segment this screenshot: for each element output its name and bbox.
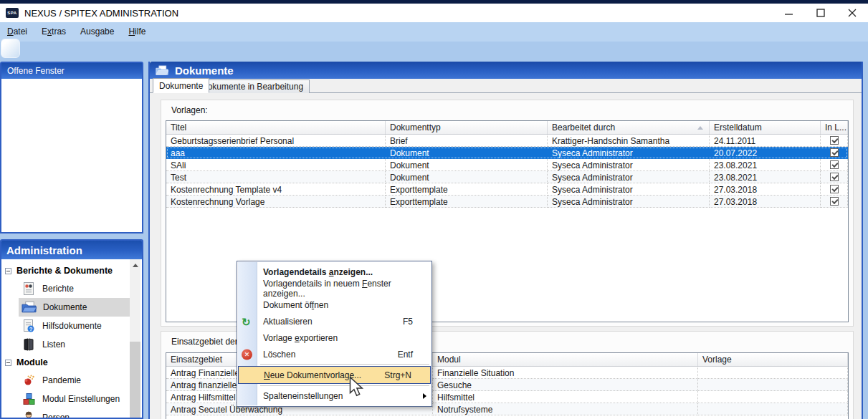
person-icon bbox=[22, 410, 36, 419]
scroll-up-icon[interactable] bbox=[130, 259, 140, 271]
table-header-row: Titel Dokumenttyp Bearbeitet durch Erste… bbox=[166, 121, 848, 135]
refresh-icon bbox=[242, 316, 251, 327]
menubar: Datei Extras Ausgabe Hilfe bbox=[0, 22, 868, 42]
tab-dokumente[interactable]: Dokumente bbox=[153, 78, 209, 93]
toolbar bbox=[0, 42, 868, 62]
table-row[interactable]: SAli Dokument Syseca Administrator 23.08… bbox=[166, 159, 848, 171]
table-row[interactable]: Kostenrechnung Template v4 Exporttemplat… bbox=[166, 183, 848, 196]
titlebar: SPA NEXUS / SPITEX ADMINISTRATION bbox=[0, 4, 868, 22]
pandemic-icon bbox=[22, 373, 36, 387]
menu-ausgabe[interactable]: Ausgabe bbox=[73, 22, 121, 42]
scrollbar-thumb[interactable] bbox=[130, 342, 140, 418]
table-row[interactable]: Geburtstagsserienbrief Personal Brief Kr… bbox=[166, 135, 848, 147]
sidebar-item-listen[interactable]: Listen bbox=[19, 335, 130, 354]
checkbox-checked[interactable] bbox=[830, 160, 839, 169]
sidebar-item-hilfsdokumente[interactable]: ? Hilfsdokumente bbox=[19, 317, 130, 335]
module-settings-icon bbox=[22, 392, 36, 406]
submenu-arrow-icon bbox=[423, 393, 426, 399]
page-title: Dokumente bbox=[175, 64, 234, 77]
lists-icon bbox=[22, 337, 36, 352]
menu-item-vorlagendetails-neues-fenster[interactable]: Vorlagendetails in neuem Fenster anzeige… bbox=[237, 280, 431, 297]
sidebar-item-berichte[interactable]: Berichte bbox=[19, 279, 130, 298]
column-header-in-l[interactable]: In L... bbox=[821, 121, 848, 135]
checkbox-checked[interactable] bbox=[830, 197, 839, 206]
navigation-tree: Berichte & Dokumente Berichte Dokumente bbox=[1, 259, 130, 418]
tab-dokumente-in-bearbeitung[interactable]: Dokumente in Bearbeitung bbox=[195, 80, 310, 93]
context-menu: Vorlagendetails anzeigen... Vorlagendeta… bbox=[237, 261, 432, 407]
sidebar-item-dokumente[interactable]: Dokumente bbox=[19, 298, 130, 317]
column-header-vorlage[interactable]: Vorlage bbox=[698, 353, 848, 367]
tabstrip: Dokumente Dokumente in Bearbeitung bbox=[150, 79, 862, 93]
sidebar-item-person[interactable]: Person bbox=[19, 408, 130, 419]
report-icon bbox=[22, 281, 36, 296]
delete-icon bbox=[242, 349, 252, 360]
menu-separator bbox=[260, 385, 429, 386]
help-document-icon: ? bbox=[22, 319, 36, 333]
menu-item-neue-dokumentvorlage[interactable]: Neue Dokumentvorlage... Strg+N bbox=[238, 366, 431, 384]
column-header-erstelldatum[interactable]: Erstelldatum bbox=[710, 121, 821, 135]
maximize-icon bbox=[816, 9, 825, 17]
column-header-titel[interactable]: Titel bbox=[166, 121, 386, 135]
menu-item-spalteneinstellungen[interactable]: Spalteneinstellungen bbox=[237, 387, 431, 404]
menu-item-vorlage-exportieren[interactable]: Vorlage exportieren bbox=[237, 329, 431, 346]
administration-panel: Administration Berichte & Dokumente Beri… bbox=[0, 239, 143, 419]
tree-group-berichte-dokumente[interactable]: Berichte & Dokumente bbox=[1, 262, 130, 279]
menu-extras[interactable]: Extras bbox=[34, 22, 73, 42]
menu-item-dokument-oeffnen[interactable]: Dokument öffnen bbox=[237, 297, 431, 313]
minimize-icon bbox=[785, 9, 793, 17]
table-row[interactable]: Test Dokument Syseca Administrator 23.08… bbox=[166, 171, 848, 183]
checkbox-checked[interactable] bbox=[830, 185, 839, 193]
table-row-selected[interactable]: aaa Dokument Syseca Administrator 20.07.… bbox=[166, 147, 848, 159]
checkbox-checked[interactable] bbox=[830, 136, 839, 145]
vorlagen-label: Vorlagen: bbox=[171, 105, 208, 115]
menu-item-loeschen[interactable]: Löschen Entf bbox=[237, 346, 431, 362]
column-header-dokumenttyp[interactable]: Dokumenttyp bbox=[386, 121, 548, 135]
administration-header: Administration bbox=[1, 241, 142, 259]
toolbar-button[interactable] bbox=[1, 39, 20, 58]
shortcut-label: Strg+N bbox=[384, 370, 421, 380]
column-header-bearbeitet-durch[interactable]: Bearbeitet durch bbox=[548, 121, 710, 135]
mouse-cursor bbox=[349, 377, 366, 398]
close-icon bbox=[848, 9, 857, 17]
documents-icon bbox=[22, 300, 37, 314]
open-windows-panel: Offene Fenster bbox=[0, 62, 143, 233]
collapse-icon[interactable] bbox=[5, 268, 11, 274]
svg-text:?: ? bbox=[29, 326, 33, 332]
minimize-button[interactable] bbox=[773, 4, 805, 22]
page-header: Dokumente bbox=[150, 62, 862, 79]
shortcut-label: F5 bbox=[403, 317, 423, 327]
close-button[interactable] bbox=[836, 4, 868, 22]
checkbox-checked[interactable] bbox=[830, 173, 839, 181]
menu-hilfe[interactable]: Hilfe bbox=[121, 22, 153, 42]
column-header-modul[interactable]: Modul bbox=[433, 353, 698, 367]
open-windows-header: Offene Fenster bbox=[1, 63, 142, 79]
window-title: NEXUS / SPITEX ADMINISTRATION bbox=[24, 8, 178, 19]
menu-separator bbox=[260, 364, 429, 365]
sidebar-item-modul-einstellungen[interactable]: Modul Einstellungen bbox=[19, 390, 130, 408]
table-row[interactable]: Kostenrechnung Vorlage Exporttemplate Sy… bbox=[166, 196, 848, 208]
checkbox-checked[interactable] bbox=[830, 148, 839, 157]
collapse-icon[interactable] bbox=[5, 360, 11, 366]
tree-group-module[interactable]: Module bbox=[1, 354, 130, 371]
menu-item-aktualisieren[interactable]: Aktualisieren F5 bbox=[237, 313, 431, 329]
sidebar-item-pandemie[interactable]: Pandemie bbox=[19, 371, 130, 390]
shortcut-label: Entf bbox=[398, 350, 423, 360]
sort-ascending-icon bbox=[697, 126, 703, 130]
app-icon: SPA bbox=[6, 8, 19, 18]
documents-icon bbox=[156, 65, 168, 76]
maximize-button[interactable] bbox=[805, 4, 836, 22]
tree-scrollbar[interactable] bbox=[130, 259, 140, 418]
